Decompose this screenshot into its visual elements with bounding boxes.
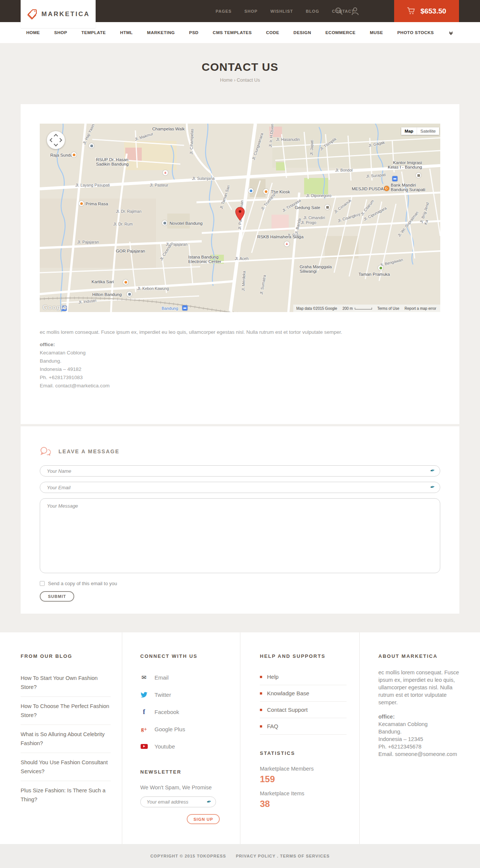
bullet-icon <box>260 676 262 678</box>
statistics-heading: STATISTICS <box>260 750 346 756</box>
map-label: MESJID PUSDAI <box>352 187 385 191</box>
social-link-facebook[interactable]: f Facebook <box>140 703 229 720</box>
map-label: Champelas Walk <box>152 127 185 131</box>
brand-name: MARKETICA <box>42 10 90 18</box>
help-link[interactable]: FAQ <box>260 718 346 735</box>
map-type-satellite-button[interactable]: Satellite <box>417 127 439 135</box>
about-email: Email. someone@someone.com <box>378 750 459 758</box>
footer-connect-heading: CONNECT WITH US <box>140 653 229 659</box>
map-label: RSUP Dr. Hasan Sadikin Bandung <box>96 157 129 166</box>
signup-button[interactable]: SIGN UP <box>187 814 220 824</box>
pan-down-icon[interactable] <box>54 142 58 146</box>
map-poi-restaurant-icon <box>123 279 128 285</box>
map-label: Jl. Aceh <box>235 256 249 261</box>
stat-label: Marketplace Items <box>260 790 346 796</box>
pan-left-icon[interactable] <box>50 138 54 142</box>
map-data-credit: Map data ©2015 Google <box>296 306 337 311</box>
top-header: MARKETICA PAGES SHOP WISHLIST BLOG CONTA… <box>0 0 480 22</box>
map-poi-hotel-icon <box>162 220 167 226</box>
search-icon[interactable] <box>335 7 343 15</box>
breadcrumb-home[interactable]: Home <box>220 78 232 83</box>
blog-link[interactable]: Plus Size Fashion: Is There Such a Thing… <box>21 781 111 809</box>
nav-item-html[interactable]: HTML <box>120 30 133 35</box>
header-link-pages[interactable]: PAGES <box>216 9 232 13</box>
map-label: Jl. Bondol <box>335 168 352 172</box>
blog-link[interactable]: Should You Use Fashion Consultant Servic… <box>21 753 111 781</box>
google-plus-icon: g+ <box>140 726 148 732</box>
map-label: Jl. Japati <box>309 140 314 155</box>
pan-up-icon[interactable] <box>54 134 58 138</box>
cart-button[interactable]: $653.50 <box>394 0 459 22</box>
footer-help-heading: HELP AND SUPPORTS <box>260 653 346 659</box>
email-input[interactable] <box>40 482 440 493</box>
nav-item-marketing[interactable]: MARKETING <box>147 30 175 35</box>
form-heading: LEAVE A MESSAGE <box>58 448 120 454</box>
nav-item-shop[interactable]: SHOP <box>54 30 67 35</box>
map-pan-control[interactable] <box>47 131 65 149</box>
submit-button[interactable]: SUBMIT <box>40 591 74 602</box>
send-copy-checkbox[interactable] <box>40 581 45 586</box>
map-poi-landmark-icon <box>416 173 421 178</box>
map-attribution: Map data ©2015 Google 200 m Terms of Use… <box>293 305 440 312</box>
about-address-line: Bandung. <box>378 728 459 735</box>
blog-link[interactable]: How To Choose The Perfect Fashion Store? <box>21 697 111 725</box>
map-label: Prima Rasa <box>86 202 108 206</box>
nav-item-template[interactable]: TEMPLATE <box>81 30 106 35</box>
nav-more-chevron-icon[interactable] <box>448 29 454 36</box>
newsletter-email-input[interactable] <box>140 796 216 807</box>
map-type-map-button[interactable]: Map <box>401 127 417 135</box>
map-label: Hilton Bandung <box>92 292 122 297</box>
name-input[interactable] <box>40 465 440 477</box>
help-link[interactable]: Knowladge Base <box>260 685 346 702</box>
footer-blog-column: FROM OUR BLOG How To Start Your Own Fash… <box>0 632 122 844</box>
message-textarea[interactable] <box>40 498 440 573</box>
about-phone: Ph. +6212345678 <box>378 743 459 750</box>
map-poi-shopping-icon <box>248 188 254 193</box>
map-label: Jl. Progo <box>301 220 316 225</box>
nav-item-photo-stocks[interactable]: PHOTO STOCKS <box>397 30 434 35</box>
send-copy-row: Send a copy of this email to you <box>40 581 440 586</box>
nav-item-cms-templates[interactable]: CMS TEMPLATES <box>213 30 252 35</box>
office-address-line: Kecamatan Coblong <box>40 349 440 357</box>
map-terms-link[interactable]: Terms of Use <box>377 306 399 311</box>
contact-intro-text: ec mollis lorem consequat. Fusce ipsum e… <box>40 329 440 335</box>
youtube-icon <box>140 744 148 749</box>
map-poi-hotel-icon <box>89 143 94 148</box>
breadcrumb: Home › Contact Us <box>0 78 480 83</box>
help-link[interactable]: Help <box>260 669 346 685</box>
facebook-icon: f <box>140 708 148 716</box>
user-account-icon[interactable] <box>351 7 359 15</box>
brand-logo[interactable]: MARKETICA <box>21 0 96 28</box>
header-link-blog[interactable]: BLOG <box>306 9 319 13</box>
header-link-shop[interactable]: SHOP <box>244 9 258 13</box>
nav-item-code[interactable]: CODE <box>266 30 279 35</box>
social-link-youtube[interactable]: Youtube <box>140 738 229 755</box>
map-report-error-link[interactable]: Report a map error <box>405 306 436 311</box>
header-links: PAGES SHOP WISHLIST BLOG CONTACT <box>216 0 354 22</box>
nav-item-home[interactable]: HOME <box>26 30 40 35</box>
pan-right-icon[interactable] <box>58 138 62 142</box>
google-map[interactable]: Champelas Walk Jl. Hasanudin Jl. Haji Ya… <box>40 124 440 312</box>
nav-item-design[interactable]: DESIGN <box>294 30 311 35</box>
stat-value: 159 <box>260 774 346 784</box>
cart-total: $653.50 <box>420 7 446 15</box>
footer-help-column: HELP AND SUPPORTS Help Knowladge Base Co… <box>240 632 359 844</box>
social-link-email[interactable]: ✉ Email <box>140 669 229 686</box>
nav-item-ecommerce[interactable]: ECOMMERCE <box>326 30 356 35</box>
nav-item-muse[interactable]: MUSE <box>370 30 383 35</box>
office-address-line: Bandung. <box>40 357 440 365</box>
social-link-twitter[interactable]: Twitter <box>140 686 229 703</box>
blog-link[interactable]: What is So Alluring About Celebrity Fash… <box>21 725 111 753</box>
header-link-wishlist[interactable]: WISHLIST <box>270 9 293 13</box>
map-label: Jl. Pajajaran <box>77 240 99 244</box>
office-phone: Ph. +62817391083 <box>40 373 440 382</box>
copyright-links[interactable]: PRIVACY POLICY . TERMS OF SERVICES <box>236 854 330 858</box>
map-label: Jl. Dr. Rum <box>113 222 133 226</box>
blog-link[interactable]: How To Start Your Own Fashion Store? <box>21 669 111 697</box>
map-poi-bank-icon <box>392 176 398 181</box>
copyright-bar: COPYRIGHT © 2015 TOKOPRESS PRIVACY POLIC… <box>0 844 480 868</box>
help-link[interactable]: Contact Support <box>260 702 346 718</box>
map-marker-icon[interactable] <box>235 207 245 221</box>
social-link-google-plus[interactable]: g+ Google Plus <box>140 720 229 738</box>
nav-item-psd[interactable]: PSD <box>189 30 198 35</box>
